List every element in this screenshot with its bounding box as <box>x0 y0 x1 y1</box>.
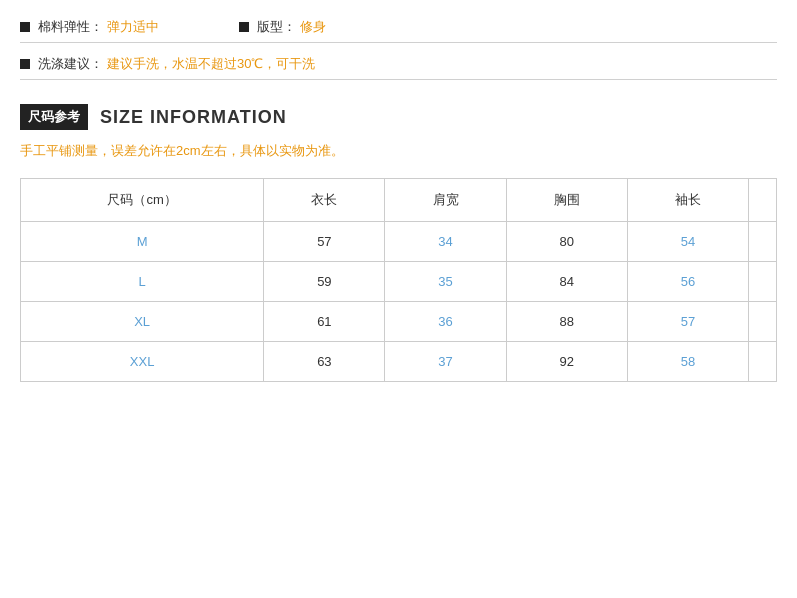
col-sleeve: 袖长 <box>627 179 748 222</box>
table-cell-extra <box>749 342 777 382</box>
table-row: XXL63379258 <box>21 342 777 382</box>
property-row-2: 洗涤建议： 建议手洗，水温不超过30℃，可干洗 <box>20 55 777 73</box>
size-section-header: 尺码参考 SIZE INFORMATION <box>20 104 777 130</box>
wash-value: 建议手洗，水温不超过30℃，可干洗 <box>107 55 315 73</box>
table-cell: 61 <box>264 302 385 342</box>
property-row-1: 棉料弹性： 弹力适中 版型： 修身 <box>20 18 777 36</box>
table-cell: 35 <box>385 262 506 302</box>
bullet-icon-3 <box>20 59 30 69</box>
bullet-icon <box>20 22 30 32</box>
table-cell: 56 <box>627 262 748 302</box>
table-cell: XL <box>21 302 264 342</box>
elasticity-value: 弹力适中 <box>107 18 159 36</box>
divider-1 <box>20 42 777 43</box>
size-table: 尺码（cm） 衣长 肩宽 胸围 袖长 M57348054L59358456XL6… <box>20 178 777 382</box>
table-cell: 63 <box>264 342 385 382</box>
table-cell: XXL <box>21 342 264 382</box>
table-cell-extra <box>749 262 777 302</box>
table-cell: 57 <box>264 222 385 262</box>
size-badge: 尺码参考 <box>20 104 88 130</box>
bullet-icon-2 <box>239 22 249 32</box>
table-cell-extra <box>749 302 777 342</box>
table-cell: 57 <box>627 302 748 342</box>
divider-2 <box>20 79 777 80</box>
measurement-note: 手工平铺测量，误差允许在2cm左右，具体以实物为准。 <box>20 142 777 160</box>
table-cell: 59 <box>264 262 385 302</box>
col-shoulder: 肩宽 <box>385 179 506 222</box>
fit-value: 修身 <box>300 18 326 36</box>
table-cell: L <box>21 262 264 302</box>
col-chest: 胸围 <box>506 179 627 222</box>
table-cell: 34 <box>385 222 506 262</box>
table-cell: 58 <box>627 342 748 382</box>
elasticity-label: 棉料弹性： <box>38 18 103 36</box>
table-cell: 36 <box>385 302 506 342</box>
col-length: 衣长 <box>264 179 385 222</box>
table-cell: 80 <box>506 222 627 262</box>
table-row: XL61368857 <box>21 302 777 342</box>
table-cell: 88 <box>506 302 627 342</box>
table-row: L59358456 <box>21 262 777 302</box>
col-size: 尺码（cm） <box>21 179 264 222</box>
table-row: M57348054 <box>21 222 777 262</box>
fit-group: 版型： 修身 <box>239 18 326 36</box>
size-title: SIZE INFORMATION <box>100 107 287 128</box>
table-cell: 54 <box>627 222 748 262</box>
table-cell-extra <box>749 222 777 262</box>
table-cell: 84 <box>506 262 627 302</box>
table-header-row: 尺码（cm） 衣长 肩宽 胸围 袖长 <box>21 179 777 222</box>
col-extra <box>749 179 777 222</box>
table-cell: 92 <box>506 342 627 382</box>
wash-label: 洗涤建议： <box>38 55 103 73</box>
fit-label: 版型： <box>257 18 296 36</box>
table-cell: M <box>21 222 264 262</box>
table-cell: 37 <box>385 342 506 382</box>
